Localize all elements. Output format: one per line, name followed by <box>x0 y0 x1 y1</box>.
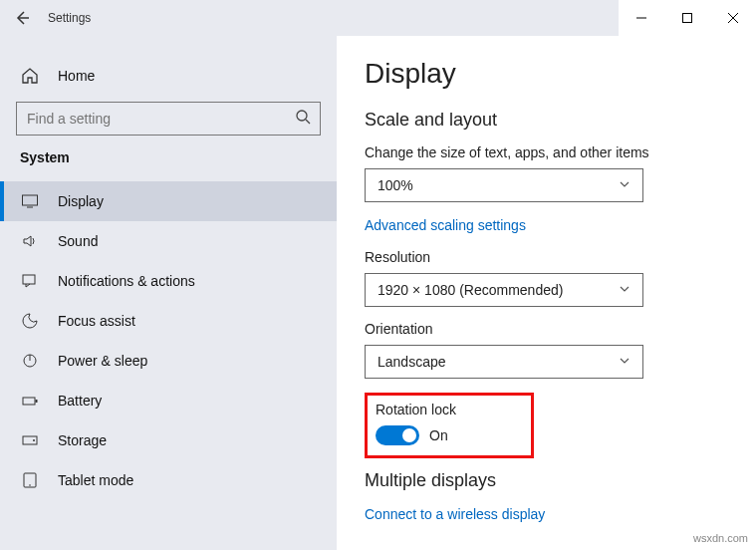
watermark: wsxdn.com <box>693 532 748 544</box>
orientation-dropdown[interactable]: Landscape <box>365 345 643 379</box>
section-scale-layout: Scale and layout <box>365 110 726 131</box>
display-icon <box>20 191 40 211</box>
close-button[interactable] <box>710 0 756 36</box>
sidebar-item-notifications[interactable]: Notifications & actions <box>0 261 337 301</box>
maximize-icon <box>682 13 692 23</box>
chevron-down-icon <box>619 177 630 193</box>
tablet-icon <box>20 470 40 490</box>
sidebar-item-label: Display <box>58 193 104 209</box>
rotation-lock-highlight: Rotation lock On <box>365 393 534 458</box>
resolution-dropdown[interactable]: 1920 × 1080 (Recommended) <box>365 273 643 307</box>
svg-rect-3 <box>23 275 35 284</box>
battery-icon <box>20 391 40 411</box>
titlebar: Settings <box>0 0 756 36</box>
rotation-lock-label: Rotation lock <box>376 402 523 417</box>
svg-rect-0 <box>683 14 692 23</box>
sidebar-item-storage[interactable]: Storage <box>0 420 337 460</box>
sidebar-item-power-sleep[interactable]: Power & sleep <box>0 341 337 381</box>
sidebar-item-label: Battery <box>58 393 102 409</box>
advanced-scaling-link[interactable]: Advanced scaling settings <box>365 217 526 233</box>
close-icon <box>728 13 738 23</box>
rotation-lock-toggle[interactable] <box>376 425 419 445</box>
sidebar: Home System Display Sound Notifications … <box>0 36 337 550</box>
arrow-left-icon <box>14 10 30 26</box>
sidebar-item-label: Sound <box>58 233 98 249</box>
text-size-value: 100% <box>378 177 413 193</box>
page-title: Display <box>365 58 726 90</box>
nav-home[interactable]: Home <box>0 56 337 96</box>
minimize-button[interactable] <box>619 0 664 36</box>
sidebar-item-display[interactable]: Display <box>0 181 337 221</box>
resolution-label: Resolution <box>365 249 726 265</box>
svg-point-10 <box>29 484 31 486</box>
sidebar-item-label: Focus assist <box>58 313 135 329</box>
sidebar-group-system: System <box>20 149 337 165</box>
home-icon <box>20 66 40 86</box>
orientation-value: Landscape <box>378 354 446 370</box>
orientation-label: Orientation <box>365 321 726 337</box>
focus-assist-icon <box>20 311 40 331</box>
sidebar-item-label: Notifications & actions <box>58 273 195 289</box>
chevron-down-icon <box>619 282 630 298</box>
sound-icon <box>20 231 40 251</box>
svg-rect-6 <box>36 400 38 403</box>
sidebar-item-tablet-mode[interactable]: Tablet mode <box>0 460 337 500</box>
maximize-button[interactable] <box>664 0 710 36</box>
app-title: Settings <box>48 11 91 25</box>
resolution-value: 1920 × 1080 (Recommended) <box>378 282 563 298</box>
power-icon <box>20 351 40 371</box>
sidebar-item-battery[interactable]: Battery <box>0 381 337 420</box>
sidebar-item-sound[interactable]: Sound <box>0 221 337 261</box>
search-icon <box>295 109 311 129</box>
section-multiple-displays: Multiple displays <box>365 470 726 491</box>
sidebar-item-label: Storage <box>58 432 107 448</box>
content-pane: Display Scale and layout Change the size… <box>337 36 756 550</box>
nav-home-label: Home <box>58 68 95 84</box>
chevron-down-icon <box>619 354 630 370</box>
rotation-lock-state: On <box>429 427 448 443</box>
svg-point-1 <box>297 111 307 121</box>
sidebar-item-focus-assist[interactable]: Focus assist <box>0 301 337 341</box>
sidebar-item-label: Power & sleep <box>58 353 147 369</box>
svg-rect-5 <box>23 398 35 405</box>
text-size-dropdown[interactable]: 100% <box>365 168 643 202</box>
svg-rect-2 <box>23 195 38 205</box>
search-input[interactable] <box>16 102 321 136</box>
text-size-label: Change the size of text, apps, and other… <box>365 144 726 160</box>
back-button[interactable] <box>0 0 44 36</box>
svg-point-8 <box>33 439 35 441</box>
notifications-icon <box>20 271 40 291</box>
storage-icon <box>20 430 40 450</box>
minimize-icon <box>636 13 646 23</box>
wireless-display-link[interactable]: Connect to a wireless display <box>365 506 545 522</box>
sidebar-item-label: Tablet mode <box>58 472 133 488</box>
